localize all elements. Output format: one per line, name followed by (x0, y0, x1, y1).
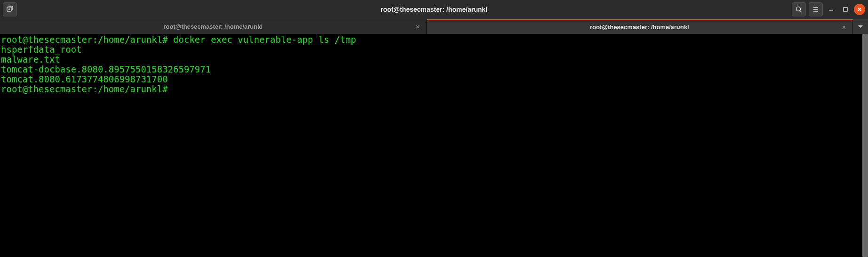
scrollbar-thumb[interactable] (862, 34, 868, 257)
titlebar: root@thesecmaster: /home/arunkl (0, 0, 868, 19)
window-controls (792, 2, 865, 16)
command: docker exec vulnerable-app ls /tmp (173, 34, 356, 45)
terminal-line: root@thesecmaster:/home/arunkl# docker e… (1, 35, 861, 45)
close-icon (842, 25, 846, 30)
tab-2-close[interactable] (840, 24, 848, 31)
svg-rect-7 (844, 8, 847, 11)
close-icon (415, 24, 420, 29)
maximize-icon (843, 7, 848, 12)
chevron-down-icon (858, 25, 863, 28)
tab-dropdown[interactable] (853, 19, 868, 34)
search-icon (795, 6, 803, 13)
new-tab-icon (6, 6, 14, 13)
minimize-button[interactable] (826, 4, 837, 15)
scrollbar[interactable] (862, 34, 868, 257)
terminal-area: root@thesecmaster:/home/arunkl# docker e… (0, 34, 868, 257)
tab-bar: root@thesecmaster: /home/arunkl root@the… (0, 19, 868, 34)
terminal-output-line: hsperfdata_root (1, 45, 861, 55)
tab-1-label: root@thesecmaster: /home/arunkl (163, 23, 263, 30)
close-icon (857, 7, 862, 12)
new-tab-button[interactable] (3, 2, 17, 16)
terminal[interactable]: root@thesecmaster:/home/arunkl# docker e… (0, 34, 862, 257)
svg-line-2 (800, 11, 802, 13)
close-button[interactable] (854, 4, 865, 15)
terminal-output-line: malware.txt (1, 55, 861, 64)
prompt: root@thesecmaster:/home/arunkl# (1, 34, 168, 45)
tab-2[interactable]: root@thesecmaster: /home/arunkl (427, 19, 853, 34)
terminal-line: root@thesecmaster:/home/arunkl# (1, 84, 861, 94)
tab-1-close[interactable] (414, 23, 422, 31)
terminal-output-line: tomcat-docbase.8080.8957550158326597971 (1, 64, 861, 74)
terminal-output-line: tomcat.8080.6173774806998731700 (1, 74, 861, 84)
hamburger-icon (812, 6, 820, 13)
tab-1[interactable]: root@thesecmaster: /home/arunkl (0, 19, 427, 34)
prompt: root@thesecmaster:/home/arunkl# (1, 84, 168, 94)
minimize-icon (828, 7, 834, 12)
maximize-button[interactable] (840, 4, 851, 15)
window-title: root@thesecmaster: /home/arunkl (381, 6, 487, 13)
search-button[interactable] (792, 2, 806, 16)
tab-2-label: root@thesecmaster: /home/arunkl (590, 24, 689, 31)
menu-button[interactable] (809, 2, 823, 16)
svg-point-1 (796, 7, 801, 11)
